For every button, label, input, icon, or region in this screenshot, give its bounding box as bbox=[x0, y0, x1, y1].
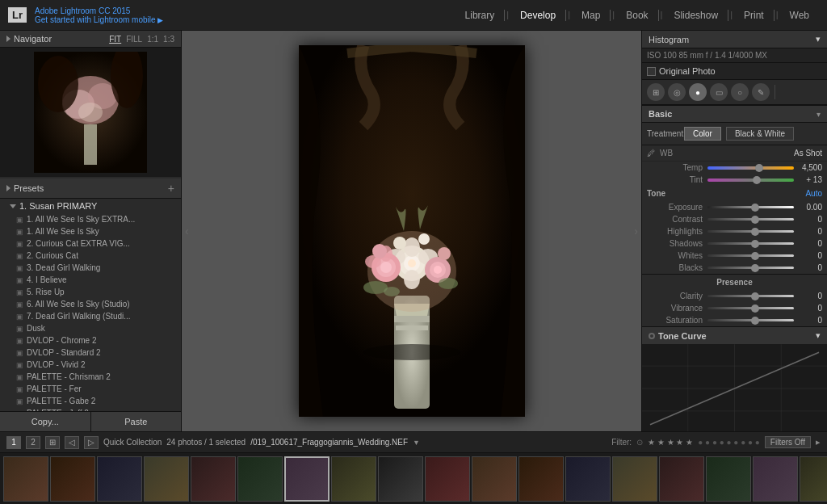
original-photo-checkbox[interactable] bbox=[647, 67, 656, 76]
list-item[interactable]: ▣PALETTE - Fer bbox=[0, 383, 181, 395]
tint-slider[interactable] bbox=[707, 178, 794, 182]
nav-print[interactable]: Print bbox=[734, 10, 775, 21]
tint-thumb[interactable] bbox=[753, 176, 761, 184]
list-item[interactable]: ▣2. Curious Cat EXTRA VIG... bbox=[0, 237, 181, 250]
film-thumb[interactable] bbox=[518, 456, 564, 502]
list-item[interactable]: ▣1. All We See Is Sky EXTRA... bbox=[0, 213, 181, 225]
filename-label[interactable]: /019_100617_Fraggogiannis_Wedding.NEF bbox=[250, 438, 408, 447]
list-item[interactable]: ▣3. Dead Girl Walking bbox=[0, 262, 181, 274]
film-thumb[interactable] bbox=[612, 456, 657, 502]
film-thumb[interactable] bbox=[753, 456, 798, 502]
adjustment-brush-tool[interactable]: ✎ bbox=[752, 83, 770, 101]
crop-tool[interactable]: ⊞ bbox=[647, 83, 665, 101]
fit-control[interactable]: FIT bbox=[109, 35, 121, 44]
film-thumb[interactable] bbox=[3, 456, 48, 502]
film-thumb[interactable] bbox=[565, 456, 611, 502]
highlights-slider[interactable] bbox=[707, 230, 794, 233]
dropdown-arrow-icon[interactable]: ▼ bbox=[413, 439, 420, 447]
list-item[interactable]: ▣PALETTE - Gabe 2 bbox=[0, 395, 181, 407]
auto-button[interactable]: Auto bbox=[805, 189, 822, 198]
black-white-button[interactable]: Black & White bbox=[726, 127, 794, 141]
list-item[interactable]: ▣1. All We See Is Sky bbox=[0, 225, 181, 237]
1-1-control[interactable]: 1:1 bbox=[147, 35, 158, 44]
nav-library[interactable]: Library bbox=[455, 10, 506, 21]
shadows-slider[interactable] bbox=[707, 242, 794, 245]
list-item[interactable]: ▣PALETTE - Chrisman 2 bbox=[0, 371, 181, 383]
film-thumb-selected[interactable] bbox=[284, 456, 330, 502]
radial-filter-tool[interactable]: ○ bbox=[731, 83, 749, 101]
nav-develop[interactable]: Develop bbox=[510, 10, 566, 21]
view-compare-button[interactable]: 2 bbox=[26, 436, 40, 449]
list-item[interactable]: ▣2. Curious Cat bbox=[0, 250, 181, 262]
film-thumb[interactable] bbox=[237, 456, 283, 502]
nav-web[interactable]: Web bbox=[780, 10, 819, 21]
film-thumb[interactable] bbox=[144, 456, 189, 502]
red-eye-tool[interactable]: ● bbox=[689, 83, 707, 101]
sidebar-toggle-icon[interactable]: ▸ bbox=[816, 437, 821, 447]
vibrance-slider[interactable] bbox=[707, 307, 794, 309]
list-item[interactable]: ▣6. All We See Is Sky (Studio) bbox=[0, 298, 181, 310]
contrast-thumb[interactable] bbox=[751, 216, 759, 224]
graduated-filter-tool[interactable]: ▭ bbox=[710, 83, 728, 101]
next-photo-arrow[interactable]: › bbox=[631, 216, 641, 246]
film-thumb[interactable] bbox=[378, 456, 423, 502]
color-dots[interactable]: ● ● ● ● ● ● ● ● ● bbox=[698, 438, 760, 447]
clarity-thumb[interactable] bbox=[751, 292, 759, 300]
film-thumb[interactable] bbox=[331, 456, 376, 502]
view-single-button[interactable]: 1 bbox=[6, 436, 21, 449]
tone-curve-expand-icon[interactable]: ▾ bbox=[816, 330, 821, 341]
nav-prev-button[interactable]: ◁ bbox=[65, 436, 79, 449]
nav-slideshow[interactable]: Slideshow bbox=[664, 10, 728, 21]
film-thumb[interactable] bbox=[472, 456, 517, 502]
nav-book[interactable]: Book bbox=[616, 10, 658, 21]
film-thumb[interactable] bbox=[425, 456, 470, 502]
list-item[interactable]: ▣5. Rise Up bbox=[0, 286, 181, 298]
temp-slider[interactable] bbox=[707, 166, 794, 170]
filters-off-button[interactable]: Filters Off bbox=[765, 436, 811, 448]
list-item[interactable]: ▣DVLOP - Vivid 2 bbox=[0, 359, 181, 371]
whites-thumb[interactable] bbox=[751, 252, 759, 260]
basic-expand-icon[interactable]: ▾ bbox=[817, 110, 821, 119]
saturation-thumb[interactable] bbox=[751, 317, 759, 325]
exposure-thumb[interactable] bbox=[751, 204, 759, 212]
blacks-slider[interactable] bbox=[707, 267, 794, 269]
film-thumb[interactable] bbox=[659, 456, 704, 502]
film-thumb[interactable] bbox=[97, 456, 142, 502]
list-item[interactable]: ▣DVLOP - Chrome 2 bbox=[0, 334, 181, 346]
eyedropper-icon[interactable]: 🖉 bbox=[647, 149, 655, 158]
list-item[interactable]: ▣4. I Believe bbox=[0, 274, 181, 286]
list-item[interactable]: ▣7. Dead Girl Walking (Studi... bbox=[0, 310, 181, 322]
film-thumb[interactable] bbox=[706, 456, 751, 502]
nav-map[interactable]: Map bbox=[572, 10, 611, 21]
highlights-thumb[interactable] bbox=[751, 228, 759, 236]
contrast-slider[interactable] bbox=[707, 218, 794, 220]
copy-button[interactable]: Copy... bbox=[0, 412, 91, 431]
view-grid-button[interactable]: ⊞ bbox=[45, 436, 60, 449]
temp-thumb[interactable] bbox=[755, 164, 763, 172]
shadows-thumb[interactable] bbox=[751, 240, 759, 248]
presets-toggle-icon[interactable] bbox=[6, 185, 10, 191]
clarity-slider[interactable] bbox=[707, 295, 794, 297]
prev-photo-arrow[interactable]: ‹ bbox=[182, 216, 192, 246]
spot-removal-tool[interactable]: ◎ bbox=[668, 83, 686, 101]
film-thumb[interactable] bbox=[50, 456, 95, 502]
rating-stars[interactable]: ★ ★ ★ ★ ★ bbox=[648, 438, 693, 447]
list-item[interactable]: ▣Dusk bbox=[0, 322, 181, 334]
film-thumb[interactable] bbox=[800, 456, 827, 502]
navigator-toggle-icon[interactable] bbox=[6, 36, 10, 42]
whites-slider[interactable] bbox=[707, 254, 794, 257]
preset-group[interactable]: 1. Susan PRIMARY bbox=[0, 199, 181, 213]
blacks-thumb[interactable] bbox=[751, 264, 759, 272]
list-item[interactable]: ▣DVLOP - Standard 2 bbox=[0, 346, 181, 359]
film-thumb[interactable] bbox=[191, 456, 236, 502]
fill-control[interactable]: FILL bbox=[126, 35, 142, 44]
add-preset-button[interactable]: + bbox=[168, 182, 174, 195]
saturation-slider[interactable] bbox=[707, 319, 794, 321]
mobile-link[interactable]: Get started with Lightroom mobile bbox=[35, 15, 156, 24]
vibrance-thumb[interactable] bbox=[751, 304, 759, 313]
1-3-control[interactable]: 1:3 bbox=[163, 35, 174, 44]
nav-next-button[interactable]: ▷ bbox=[84, 436, 99, 449]
paste-button[interactable]: Paste bbox=[91, 412, 182, 431]
exposure-slider[interactable] bbox=[707, 206, 794, 208]
color-button[interactable]: Color bbox=[684, 127, 721, 141]
